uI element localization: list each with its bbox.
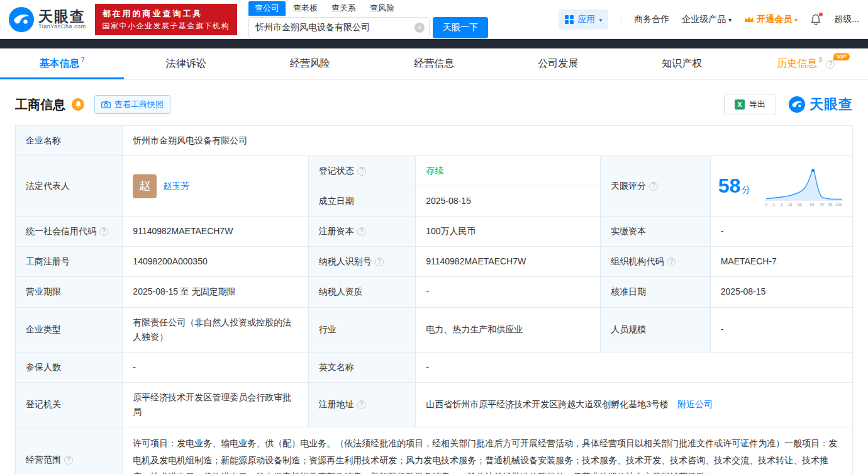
notification-dot [819,13,823,16]
legal-rep-link[interactable]: 赵玉芳 [163,179,189,193]
help-icon[interactable]: ? [357,167,366,176]
org-code-label: 组织机构代码 ? [601,247,710,277]
reg-no-label: 工商注册号 [16,247,123,277]
tab-history-info[interactable]: 历史信息 3 ? VIP [744,48,868,79]
help-icon[interactable]: ? [826,60,835,69]
score-value: 58分 0 1 3 15 50 [710,156,852,217]
reg-capital-label: 注册资本 ? [308,217,415,247]
company-nav-tabs: 基本信息 7 法律诉讼 经营风险 经营信息 公司发展 知识产权 历史信息 3 ?… [0,48,868,80]
help-icon[interactable]: ? [357,400,366,409]
tab-operational-risk[interactable]: 经营风险 [248,48,372,79]
taxpayer-id-value: 91140982MAETAECH7W [416,247,601,277]
user-menu[interactable]: 超级... [834,14,859,25]
chevron-down-icon: ▾ [599,16,602,23]
org-code-value: MAETAECH-7 [710,247,852,277]
credit-code-value: 91140982MAETAECH7W [123,217,308,247]
english-name-label: 英文名称 [308,352,415,382]
tab-basic-info[interactable]: 基本信息 7 [0,48,124,79]
svg-text:15: 15 [788,203,792,206]
camera-icon [101,101,111,108]
company-name-label: 企业名称 [16,126,123,156]
svg-text:1: 1 [772,203,774,206]
table-row: 工商注册号 14098200A000350 纳税人识别号 ? 91140982M… [16,247,853,277]
paid-capital-label: 实缴资本 [601,217,710,247]
insured-num-value: - [123,352,308,382]
score-number: 58分 [718,169,751,203]
search-tab-risk[interactable]: 查风险 [364,1,401,16]
clear-icon[interactable]: × [415,23,425,33]
reg-status-value: 存续 [416,156,601,186]
nearby-companies-link[interactable]: 附近公司 [677,399,713,409]
apps-label: 应用 [577,14,595,25]
legal-rep-value: 赵 赵玉芳 [123,156,308,217]
search-tab-relation[interactable]: 查关系 [325,1,362,16]
company-type-value: 有限责任公司（非自然人投资或控股的法人独资） [123,307,308,352]
reg-authority-value: 原平经济技术开发区管理委员会行政审批局 [123,382,308,427]
tianyancha-logo[interactable]: 天眼查 TianYanCha.com [9,7,86,32]
help-icon[interactable]: ? [649,182,658,191]
tab-count: 7 [81,57,85,64]
reg-status-label: 登记状态 ? [308,156,415,186]
page: 天眼查 TianYanCha.com 都在用的商业查询工具 国家中小企业发展子基… [0,0,868,474]
approval-date-value: 2025-08-15 [710,277,852,307]
taxpayer-id-label: 纳税人识别号 ? [308,247,415,277]
biz-term-label: 营业期限 [16,277,123,307]
est-date-value: 2025-08-15 [416,186,601,217]
apps-menu[interactable]: 应用 ▾ [559,9,608,30]
help-icon[interactable]: ? [667,257,676,266]
reg-authority-label: 登记机关 [16,382,123,427]
snapshot-button[interactable]: 查看工商快照 [94,95,170,114]
search-input[interactable] [248,17,430,38]
search-tab-company[interactable]: 查公司 [248,1,286,16]
tab-label: 法律诉讼 [166,57,206,71]
watermark-label: 天眼查 [810,95,853,114]
section-header: 工商信息 查看工商快照 X 导出 [0,80,868,125]
reg-address-label: 注册地址 ? [308,382,415,427]
svg-text:100: 100 [836,203,842,206]
help-icon[interactable]: ? [357,227,366,236]
english-name-value: - [416,352,853,382]
export-button[interactable]: X 导出 [724,94,776,115]
staff-size-label: 人员规模 [601,307,710,352]
enterprise-label: 企业级产品 [682,14,726,25]
nav-cooperation[interactable]: 商务合作 [634,14,669,25]
nav-enterprise[interactable]: 企业级产品 ▾ [682,14,732,25]
logo-subtitle: TianYanCha.com [38,24,86,30]
legal-rep-label: 法定代表人 [16,156,123,217]
business-scope-label: 经营范围 ? [16,427,123,474]
tab-intellectual-property[interactable]: 知识产权 [620,48,744,79]
reg-address-value: 山西省忻州市原平经济技术开发区跨越大道双创孵化基地3号楼 附近公司 [416,382,853,427]
svg-text:99: 99 [828,203,832,206]
tianyancha-watermark-icon [789,96,805,113]
company-type-label: 企业类型 [16,307,123,352]
svg-text:50: 50 [798,203,801,206]
main-content: 工商信息 查看工商快照 X 导出 [0,80,868,474]
tab-legal-proceedings[interactable]: 法律诉讼 [124,48,248,79]
tab-company-development[interactable]: 公司发展 [496,48,620,79]
industry-value: 电力、热力生产和供应业 [416,307,601,352]
notification-bell-icon[interactable] [810,14,821,25]
top-header: 天眼查 TianYanCha.com 都在用的商业查询工具 国家中小企业发展子基… [0,0,868,39]
help-icon[interactable]: ? [375,257,384,266]
search-button[interactable]: 天眼一下 [433,17,488,38]
help-icon[interactable]: ? [64,456,73,465]
table-row: 参保人数 - 英文名称 - [16,352,853,382]
tab-count: 3 [818,57,822,64]
vip-label: 开通会员 [757,14,792,25]
subscribe-bell-icon[interactable] [72,98,84,111]
nav-vip[interactable]: 开通会员 ▾ [744,14,798,25]
search-tab-boss[interactable]: 查老板 [287,1,324,16]
approval-date-label: 核准日期 [601,277,710,307]
biz-term-value: 2025-08-15 至 无固定期限 [123,277,308,307]
tab-business-info[interactable]: 经营信息 [372,48,496,79]
promo-banner: 都在用的商业查询工具 国家中小企业发展子基金旗下机构 [95,4,238,36]
taxpayer-qualification-value: - [416,277,601,307]
table-row: 统一社会信用代码 ? 91140982MAETAECH7W 注册资本 ? 100… [16,217,853,247]
help-icon[interactable]: ? [99,227,108,236]
tianyancha-logo-icon [9,7,34,32]
table-row: 登记机关 原平经济技术开发区管理委员会行政审批局 注册地址 ? 山西省忻州市原平… [16,382,853,427]
legal-rep-avatar[interactable]: 赵 [133,174,157,198]
header-nav: 应用 ▾ 商务合作 企业级产品 ▾ 开通会员 ▾ [559,9,859,30]
score-label: 天眼评分 ? [601,156,710,217]
svg-text:83: 83 [810,203,814,206]
